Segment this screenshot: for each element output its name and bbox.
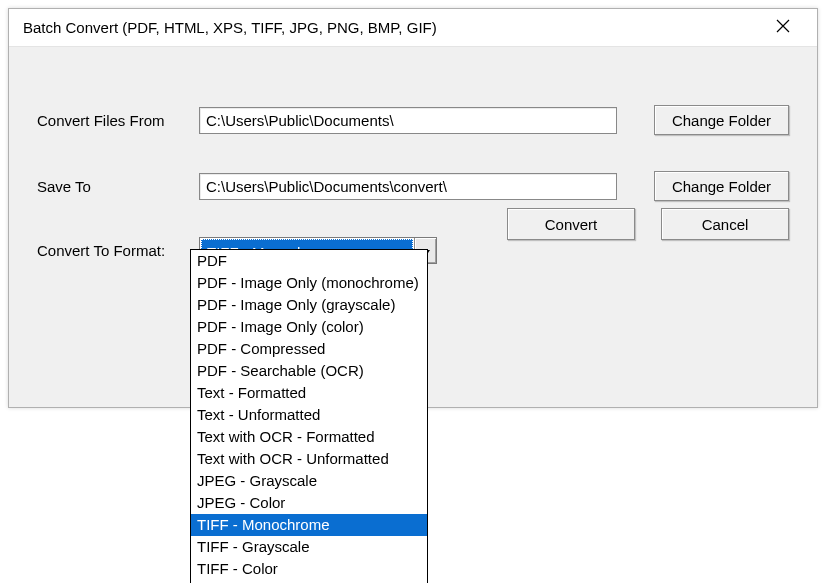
format-option[interactable]: Text - Formatted [191, 382, 427, 404]
format-option[interactable]: JPEG - Grayscale [191, 470, 427, 492]
format-label: Convert To Format: [37, 242, 199, 259]
window-title: Batch Convert (PDF, HTML, XPS, TIFF, JPG… [23, 19, 763, 36]
format-option[interactable]: PDF - Image Only (color) [191, 316, 427, 338]
format-option[interactable]: PDF - Image Only (monochrome) [191, 272, 427, 294]
format-option[interactable]: Text - Unformatted [191, 404, 427, 426]
save-to-input-col [199, 173, 618, 200]
save-to-label: Save To [37, 178, 199, 195]
convert-from-input-col [199, 107, 618, 134]
convert-button[interactable]: Convert [507, 208, 635, 240]
convert-from-row: Convert Files From Change Folder [37, 105, 789, 135]
change-folder-from-button[interactable]: Change Folder [654, 105, 789, 135]
format-option[interactable]: PDF - Compressed [191, 338, 427, 360]
convert-from-input[interactable] [199, 107, 617, 134]
dialog-body: Convert Files From Change Folder Save To… [9, 47, 817, 264]
format-option[interactable]: PDF [191, 250, 427, 272]
format-option[interactable]: Text with OCR - Formatted [191, 426, 427, 448]
format-option[interactable]: TIFF - Grayscale [191, 536, 427, 558]
convert-from-label: Convert Files From [37, 112, 199, 129]
close-button[interactable] [763, 13, 803, 43]
action-buttons: Convert Cancel [507, 208, 789, 240]
format-dropdown-list[interactable]: PDFPDF - Image Only (monochrome)PDF - Im… [190, 249, 428, 583]
format-option[interactable]: PDF - Searchable (OCR) [191, 360, 427, 382]
format-option[interactable]: TIFF - Monochrome [191, 514, 427, 536]
save-to-input[interactable] [199, 173, 617, 200]
titlebar: Batch Convert (PDF, HTML, XPS, TIFF, JPG… [9, 9, 817, 47]
save-to-row: Save To Change Folder [37, 171, 789, 201]
format-option[interactable]: TIFF - Color [191, 558, 427, 580]
change-folder-to-button[interactable]: Change Folder [654, 171, 789, 201]
format-option[interactable]: Text with OCR - Unformatted [191, 448, 427, 470]
close-icon [776, 19, 790, 36]
format-option[interactable]: JPEG - Color [191, 492, 427, 514]
cancel-button[interactable]: Cancel [661, 208, 789, 240]
format-option[interactable]: PDF - Image Only (grayscale) [191, 294, 427, 316]
